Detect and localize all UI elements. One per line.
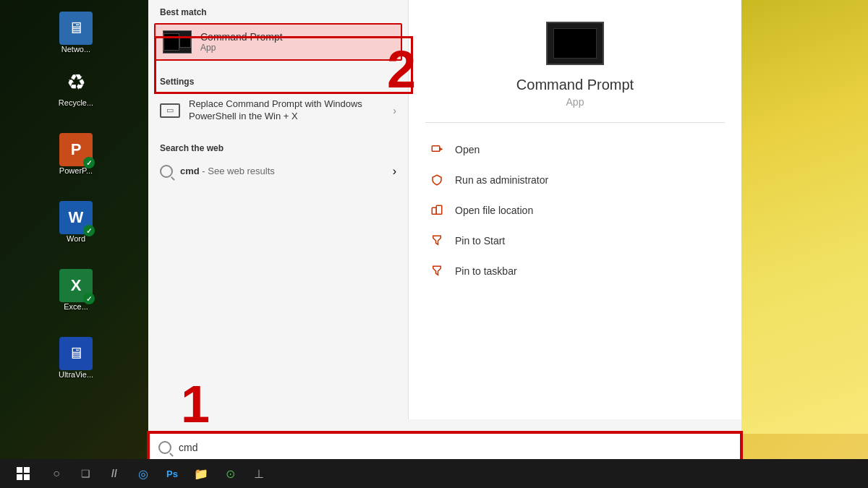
taskbar-edge-button[interactable]: ◎ — [130, 461, 156, 487]
taskbar-photoshop-button[interactable]: Ps — [159, 461, 185, 487]
windows-logo-icon — [17, 467, 30, 480]
svg-rect-1 — [432, 207, 436, 214]
start-menu: Best match Command Prompt App Settings ▭… — [148, 0, 741, 463]
search-bar-icon — [158, 441, 171, 454]
taskbar-taskview-button[interactable]: ❑ — [72, 461, 98, 487]
search-bar[interactable] — [148, 432, 741, 463]
excel-icon: X ✓ — [59, 269, 93, 302]
pin-start-icon — [429, 233, 445, 249]
desktop-icon-powerpoint[interactable]: P ✓ PowerP... — [47, 129, 105, 179]
usb-icon: ⊥ — [254, 467, 264, 481]
start-menu-left-pane: Best match Command Prompt App Settings ▭… — [148, 0, 409, 419]
web-search-icon — [160, 165, 173, 178]
chrome-icon: ⊙ — [226, 467, 235, 481]
settings-powershell-item[interactable]: ▭ Replace Command Prompt with Windows Po… — [148, 91, 408, 130]
network-icon-label: Netwo... — [61, 45, 90, 53]
powerpoint-icon: P ✓ — [59, 133, 93, 166]
action-run-admin[interactable]: Run as administrator — [423, 165, 727, 195]
best-match-item[interactable]: Command Prompt App — [154, 23, 402, 61]
slash-icon: // — [111, 468, 117, 479]
cmd-preview-inner — [553, 28, 597, 59]
taskbar-search-icon: ○ — [53, 467, 60, 480]
web-search-query: cmd — [180, 166, 200, 176]
word-icon-label: Word — [67, 234, 85, 243]
app-preview-type: App — [566, 96, 584, 108]
desktop-icon-recycle[interactable]: ♻ Recycle... — [47, 61, 105, 111]
taskbar-chrome-button[interactable]: ⊙ — [217, 461, 243, 487]
desktop-icon-word[interactable]: W ✓ Word — [47, 197, 105, 247]
settings-chevron-icon: › — [393, 105, 396, 116]
action-run-admin-label: Run as administrator — [455, 174, 548, 186]
desktop-icon-excel[interactable]: X ✓ Exce... — [47, 265, 105, 315]
best-match-label: Best match — [148, 0, 408, 22]
action-pin-taskbar[interactable]: Pin to taskbar — [423, 256, 727, 286]
action-pin-start-label: Pin to Start — [455, 235, 505, 247]
web-search-text: cmd - See web results — [180, 166, 393, 176]
run-admin-icon — [429, 172, 445, 188]
open-icon — [429, 142, 445, 158]
ultraviewer-icon: 🖥 — [59, 337, 93, 370]
explorer-icon: 📁 — [194, 467, 208, 481]
web-search-subtext: - See web results — [202, 166, 274, 176]
recycle-icon: ♻ — [59, 65, 93, 98]
svg-rect-0 — [432, 146, 440, 152]
cmd-app-icon — [163, 30, 192, 53]
taskbar-slash-button[interactable]: // — [101, 461, 127, 487]
search-input[interactable] — [179, 442, 731, 453]
start-menu-right-pane: Command Prompt App Open — [409, 0, 741, 419]
taskbar: ○ ❑ // ◎ Ps 📁 ⊙ ⊥ — [0, 459, 868, 488]
settings-item-text: Replace Command Prompt with Windows Powe… — [189, 98, 393, 123]
network-icon: 🖥 — [59, 12, 93, 45]
taskbar-explorer-button[interactable]: 📁 — [188, 461, 214, 487]
start-button[interactable] — [6, 461, 41, 487]
cmd-item-name: Command Prompt — [200, 31, 283, 43]
svg-rect-2 — [436, 205, 442, 214]
flower-background — [723, 0, 868, 434]
excel-icon-label: Exce... — [64, 302, 88, 311]
search-web-label: Search the web — [148, 136, 408, 158]
action-pin-taskbar-label: Pin to taskbar — [455, 265, 517, 277]
cmd-icon-inner — [163, 33, 179, 51]
desktop-icon-ultra[interactable]: 🖥 UltraVie... — [47, 333, 105, 383]
web-search-cmd-item[interactable]: cmd - See web results › — [148, 158, 408, 185]
action-open-location-label: Open file location — [455, 205, 533, 216]
app-preview-title: Command Prompt — [516, 77, 634, 93]
settings-monitor-icon: ▭ — [160, 103, 180, 118]
pin-taskbar-icon — [429, 263, 445, 279]
cmd-item-type: App — [200, 43, 283, 53]
action-list: Open Run as administrator — [409, 134, 741, 286]
desktop-icon-network[interactable]: 🖥 Netwo... — [47, 7, 105, 58]
settings-section-label: Settings — [148, 69, 408, 91]
ultra-icon-label: UltraVie... — [59, 370, 93, 379]
action-open-location[interactable]: Open file location — [423, 195, 727, 226]
taskbar-usb-button[interactable]: ⊥ — [246, 461, 272, 487]
recycle-icon-label: Recycle... — [59, 98, 93, 107]
taskview-icon: ❑ — [81, 468, 90, 479]
edge-icon: ◎ — [138, 467, 148, 481]
web-search-chevron-icon: › — [393, 165, 396, 178]
open-location-icon — [429, 202, 445, 218]
action-pin-start[interactable]: Pin to Start — [423, 226, 727, 256]
desktop-icons-container: 🖥 Netwo... ♻ Recycle... P ✓ PowerP... W … — [0, 0, 152, 463]
cmd-item-text: Command Prompt App — [200, 31, 283, 53]
app-preview-icon — [546, 22, 604, 65]
taskbar-search-button[interactable]: ○ — [43, 461, 69, 487]
action-open-label: Open — [455, 144, 480, 155]
action-open[interactable]: Open — [423, 134, 727, 165]
photoshop-icon: Ps — [166, 468, 178, 479]
word-icon: W ✓ — [59, 201, 93, 234]
right-pane-divider — [425, 122, 725, 123]
